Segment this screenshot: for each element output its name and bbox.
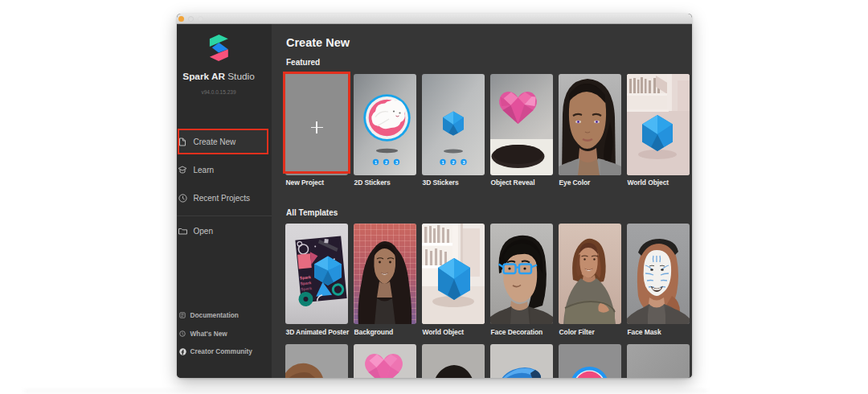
svg-text:3: 3 — [462, 160, 465, 165]
svg-text:1: 1 — [441, 160, 444, 165]
svg-text:2: 2 — [452, 160, 454, 165]
svg-text:2: 2 — [384, 160, 387, 165]
svg-text:1: 1 — [374, 160, 376, 165]
svg-text:3: 3 — [395, 160, 397, 165]
